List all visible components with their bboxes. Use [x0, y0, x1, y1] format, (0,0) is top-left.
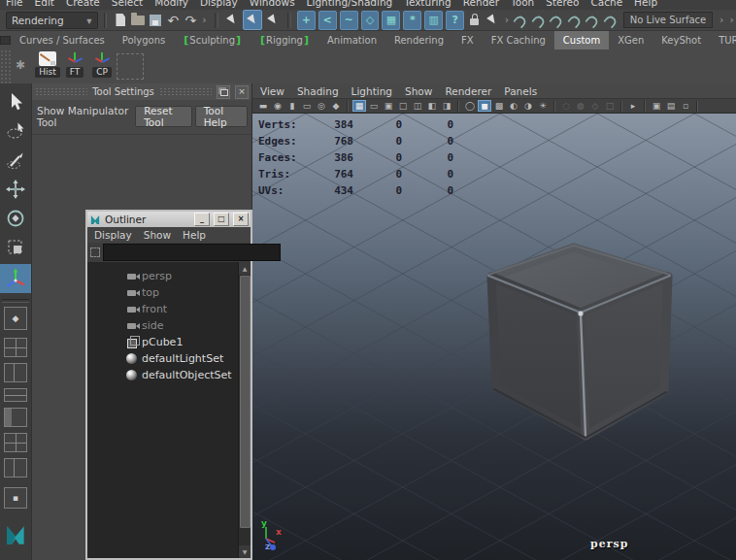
new-scene-button[interactable] [113, 12, 128, 29]
menu-stereo[interactable]: Stereo [546, 0, 579, 9]
rotate-tool-button[interactable] [3, 206, 28, 231]
list-item-defaultobjectset[interactable]: defaultObjectSet [87, 367, 239, 383]
list-item-defaultlightset[interactable]: defaultLightSet [87, 350, 239, 367]
snap-live-surface-button[interactable] [603, 14, 619, 29]
expander-icon[interactable]: › [202, 14, 206, 26]
layout-custom-button[interactable]: ▪ [4, 487, 27, 509]
menu-texturing[interactable]: Texturing [404, 0, 451, 9]
layout-graph-persp-button[interactable] [4, 458, 27, 478]
textured-icon[interactable]: ▩ [492, 100, 506, 112]
exposure-icon[interactable]: ▣ [650, 100, 663, 112]
layout-two-pane-stacked-button[interactable] [4, 388, 27, 402]
image-plane-icon[interactable]: ▭ [300, 100, 314, 112]
safe-title-icon[interactable]: ◨ [440, 100, 453, 112]
menu-help[interactable]: Help [183, 229, 206, 241]
list-item-persp[interactable]: persp [87, 268, 239, 284]
resolution-gate-icon[interactable]: ▣ [382, 100, 395, 112]
xray-icon[interactable]: □ [603, 100, 617, 112]
snap-curve-button[interactable] [531, 14, 547, 29]
layout-two-pane-side-button[interactable] [4, 363, 27, 382]
redo-button[interactable]: ↷ [183, 12, 198, 29]
menu-edit[interactable]: Edit [35, 0, 54, 9]
menu-set-selector[interactable]: Rendering ▾ [6, 12, 98, 29]
isolate-select-icon[interactable]: ▸ [626, 100, 640, 112]
field-chart-icon[interactable]: ◫ [411, 100, 424, 112]
tab-custom[interactable]: Custom [554, 31, 609, 49]
scroll-up-button[interactable]: ▲ [239, 262, 251, 275]
menu-toon[interactable]: Toon [511, 0, 534, 9]
select-tool-button[interactable] [3, 89, 28, 115]
bookmark-icon[interactable]: ▮ [285, 100, 299, 112]
live-surface-field[interactable]: No Live Surface [623, 12, 713, 28]
search-input[interactable] [103, 244, 281, 261]
filter-icon[interactable] [90, 247, 100, 259]
close-panel-button[interactable]: × [235, 85, 249, 99]
list-item-side[interactable]: side [87, 317, 239, 334]
list-item-pcube1[interactable]: pCube1 [87, 334, 239, 350]
gamma-icon[interactable]: ▤ [664, 100, 678, 112]
maximize-button[interactable]: □ [214, 213, 229, 226]
outliner-scrollbar[interactable]: ▲ ▼ [238, 262, 251, 558]
list-item-front[interactable]: front [87, 301, 239, 317]
menu-display[interactable]: Display [200, 0, 238, 9]
snap-grid-button[interactable] [514, 14, 529, 29]
shelf-menu-stub[interactable] [0, 31, 11, 49]
menu-select[interactable]: Select [112, 0, 143, 9]
mask-rendering-button[interactable]: ▥ [424, 11, 443, 30]
shelf-item-cp[interactable]: CP [87, 51, 117, 78]
use-all-lights-icon[interactable]: ◐ [507, 100, 520, 112]
shadows-icon[interactable]: ◑ [521, 100, 535, 112]
tab-animation[interactable]: Animation [318, 31, 385, 49]
drag-handle[interactable] [159, 87, 212, 96]
menu-file[interactable]: File [6, 0, 23, 9]
select-hierarchy-mode-button[interactable] [224, 11, 242, 29]
layout-single-pane-button[interactable]: ◆ [4, 307, 27, 330]
wireframe-icon[interactable]: ◯ [463, 100, 477, 112]
layout-outliner-persp-button[interactable] [4, 408, 27, 427]
tool-help-button[interactable]: Tool Help [195, 106, 248, 127]
move-tool-button[interactable] [3, 177, 28, 202]
paint-select-tool-button[interactable] [3, 148, 28, 173]
select-component-mode-button[interactable] [264, 11, 282, 29]
float-panel-button[interactable] [217, 85, 230, 99]
tab-sculpting[interactable]: [Sculpting] [174, 31, 251, 49]
tab-polygons[interactable]: Polygons [114, 31, 175, 49]
menu-view[interactable]: View [260, 85, 284, 97]
drag-handle[interactable] [35, 87, 87, 96]
mask-misc-button[interactable]: ? [446, 11, 464, 30]
minimize-button[interactable]: _ [194, 213, 210, 226]
snapshot-icon[interactable]: ▫ [679, 100, 692, 112]
expander-icon[interactable]: › [719, 14, 723, 26]
menu-display[interactable]: Display [94, 229, 132, 241]
save-scene-button[interactable] [148, 12, 163, 29]
menu-show[interactable]: Show [144, 229, 171, 241]
tool-settings-titlebar[interactable]: Tool Settings × [32, 83, 251, 100]
menu-panels[interactable]: Panels [504, 85, 537, 97]
layout-four-pane-button[interactable] [4, 338, 27, 357]
mask-points-button[interactable]: + [297, 11, 316, 30]
shelf-item-hist[interactable]: Hist [33, 51, 62, 78]
motion-blur-icon[interactable]: ◌ [559, 100, 573, 112]
expander-icon[interactable]: › [730, 14, 734, 26]
depth-peeling-icon[interactable]: ◇ [588, 100, 602, 112]
tab-xgen[interactable]: XGen [609, 31, 652, 49]
snap-projected-center-button[interactable] [567, 14, 583, 29]
tab-keyshot[interactable]: KeyShot [652, 31, 710, 49]
lasso-tool-button[interactable] [3, 118, 28, 144]
scale-tool-button[interactable] [3, 235, 28, 260]
list-item-top[interactable]: top [87, 284, 239, 301]
snap-point-button[interactable] [549, 14, 564, 29]
menu-render[interactable]: Render [463, 0, 499, 9]
oriented-icon[interactable]: ◆ [329, 100, 343, 112]
highlight-selection-button[interactable] [484, 11, 501, 29]
menu-modify[interactable]: Modify [154, 0, 188, 9]
scrollbar-thumb[interactable] [240, 276, 251, 528]
tab-curves-surfaces[interactable]: Curves / Surfaces [11, 31, 114, 49]
mask-dynamics-button[interactable]: * [403, 11, 421, 30]
grid-toggle-icon[interactable]: ▦ [352, 100, 366, 112]
gate-mask-icon[interactable]: □ [396, 100, 410, 112]
ambient-occlusion-icon[interactable]: ☀ [536, 100, 550, 112]
select-object-mode-button[interactable] [243, 10, 262, 30]
gear-icon[interactable]: ✱ [16, 59, 27, 71]
film-gate-icon[interactable]: ▭ [367, 100, 381, 112]
